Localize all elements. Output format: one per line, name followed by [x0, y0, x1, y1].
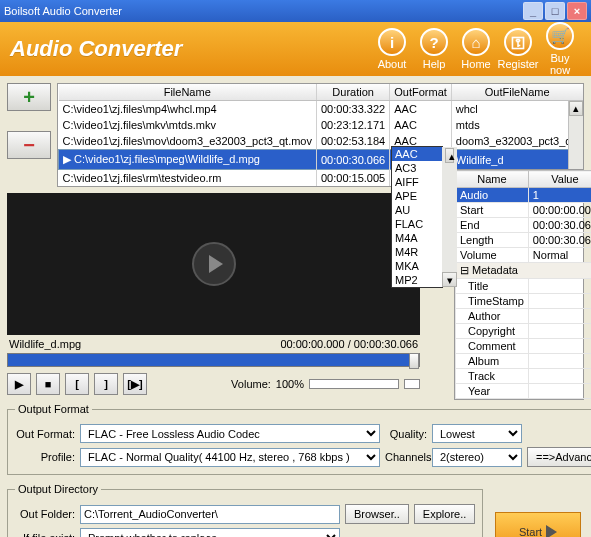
- dropdown-option[interactable]: MP2: [392, 273, 442, 287]
- out-format-select[interactable]: FLAC - Free Lossless Audio Codec: [80, 424, 380, 443]
- property-row[interactable]: Album: [456, 354, 592, 369]
- dropdown-option[interactable]: APE: [392, 189, 442, 203]
- out-folder-label: Out Folder:: [15, 508, 75, 520]
- dropdown-option[interactable]: AAC: [392, 147, 442, 161]
- quality-select[interactable]: Lowest: [432, 424, 522, 443]
- stop-button[interactable]: ■: [36, 373, 60, 395]
- property-row[interactable]: Start00:00:00.000: [456, 203, 592, 218]
- add-file-button[interactable]: +: [7, 83, 51, 111]
- property-row[interactable]: Title: [456, 279, 592, 294]
- col-outfilename[interactable]: OutFileName: [451, 84, 582, 101]
- advance-button[interactable]: ==>Advance: [527, 447, 591, 467]
- properties-panel: Name Value Audio1Start00:00:00.000End00:…: [454, 169, 584, 400]
- prop-col-name[interactable]: Name: [456, 171, 529, 188]
- mark-out-button[interactable]: ]: [94, 373, 118, 395]
- col-outformat[interactable]: OutFormat: [390, 84, 452, 101]
- table-row[interactable]: C:\video1\zj.files\mp4\whcl.mp400:00:33.…: [59, 101, 583, 118]
- play-button[interactable]: ▶: [7, 373, 31, 395]
- table-row[interactable]: ▶ C:\video1\zj.files\mpeg\Wildlife_d.mpg…: [59, 150, 583, 170]
- volume-slider[interactable]: [309, 379, 399, 389]
- volume-value: 100%: [276, 378, 304, 390]
- property-row[interactable]: Comment: [456, 339, 592, 354]
- seek-bar[interactable]: [7, 353, 420, 367]
- register-icon: ⚿: [504, 28, 532, 56]
- home-icon: ⌂: [462, 28, 490, 56]
- property-row[interactable]: Audio1: [456, 188, 592, 203]
- dropdown-option[interactable]: MKA: [392, 259, 442, 273]
- close-button[interactable]: ×: [567, 2, 587, 20]
- preview-time: 00:00:00.000 / 00:00:30.066: [280, 338, 418, 350]
- preview-filename: Wildlife_d.mpg: [9, 338, 81, 350]
- minimize-button[interactable]: _: [523, 2, 543, 20]
- explore-button[interactable]: Explore..: [414, 504, 475, 524]
- app-title: Audio Converter: [10, 36, 371, 62]
- output-dir-legend: Output Directory: [15, 483, 101, 495]
- browse-button[interactable]: Browser..: [345, 504, 409, 524]
- volume-extra[interactable]: [404, 379, 420, 389]
- play-overlay-icon[interactable]: [192, 242, 236, 286]
- prop-col-value[interactable]: Value: [528, 171, 591, 188]
- start-button[interactable]: Start: [495, 512, 581, 537]
- mark-in-button[interactable]: [: [65, 373, 89, 395]
- quality-label: Quality:: [385, 428, 427, 440]
- header-home-button[interactable]: ⌂Home: [455, 28, 497, 70]
- header-register-button[interactable]: ⚿Register: [497, 28, 539, 70]
- remove-file-button[interactable]: −: [7, 131, 51, 159]
- header-help-button[interactable]: ?Help: [413, 28, 455, 70]
- col-duration[interactable]: Duration: [317, 84, 390, 101]
- dropdown-option[interactable]: AU: [392, 203, 442, 217]
- property-row[interactable]: Track: [456, 369, 592, 384]
- output-format-legend: Output Format: [15, 403, 92, 415]
- maximize-button[interactable]: □: [545, 2, 565, 20]
- property-row[interactable]: TimeStamp: [456, 294, 592, 309]
- help-icon: ?: [420, 28, 448, 56]
- dropdown-option[interactable]: FLAC: [392, 217, 442, 231]
- dropdown-option[interactable]: AC3: [392, 161, 442, 175]
- col-filename[interactable]: FileName: [59, 84, 317, 101]
- volume-label: Volume:: [231, 378, 271, 390]
- dropdown-option[interactable]: AIFF: [392, 175, 442, 189]
- channels-select[interactable]: 2(stereo): [432, 448, 522, 467]
- property-row[interactable]: Author: [456, 309, 592, 324]
- profile-label: Profile:: [15, 451, 75, 463]
- property-row[interactable]: Copyright: [456, 324, 592, 339]
- property-row[interactable]: Length00:00:30.066: [456, 233, 592, 248]
- property-row[interactable]: VolumeNormal: [456, 248, 592, 263]
- metadata-header[interactable]: ⊟ Metadata: [456, 263, 592, 279]
- dropdown-option[interactable]: M4R: [392, 245, 442, 259]
- window-title: Boilsoft Audio Converter: [4, 5, 521, 17]
- next-mark-button[interactable]: [▶]: [123, 373, 147, 395]
- file-exist-select[interactable]: Prompt whether to replace: [80, 528, 340, 537]
- table-row[interactable]: C:\video1\zj.files\mkv\mtds.mkv00:23:12.…: [59, 117, 583, 133]
- property-row[interactable]: End00:00:30.066: [456, 218, 592, 233]
- channels-label: Channels:: [385, 451, 427, 463]
- format-dropdown-list[interactable]: AACAC3AIFFAPEAUFLACM4AM4RMKAMP2▴▾: [391, 146, 443, 288]
- buy now-icon: 🛒: [546, 22, 574, 50]
- property-row[interactable]: Year: [456, 384, 592, 399]
- about-icon: i: [378, 28, 406, 56]
- out-format-label: Out Format:: [15, 428, 75, 440]
- header-about-button[interactable]: iAbout: [371, 28, 413, 70]
- profile-select[interactable]: FLAC - Normal Quality( 44100 Hz, stereo …: [80, 448, 380, 467]
- dropdown-option[interactable]: M4A: [392, 231, 442, 245]
- out-folder-input[interactable]: [80, 505, 340, 524]
- table-row[interactable]: C:\video1\zj.files\mov\doom3_e32003_pct3…: [59, 133, 583, 150]
- play-icon: [546, 525, 557, 537]
- header-buy-now-button[interactable]: 🛒Buy now: [539, 22, 581, 76]
- file-exist-label: If file exist:: [15, 532, 75, 538]
- video-preview[interactable]: [7, 193, 420, 335]
